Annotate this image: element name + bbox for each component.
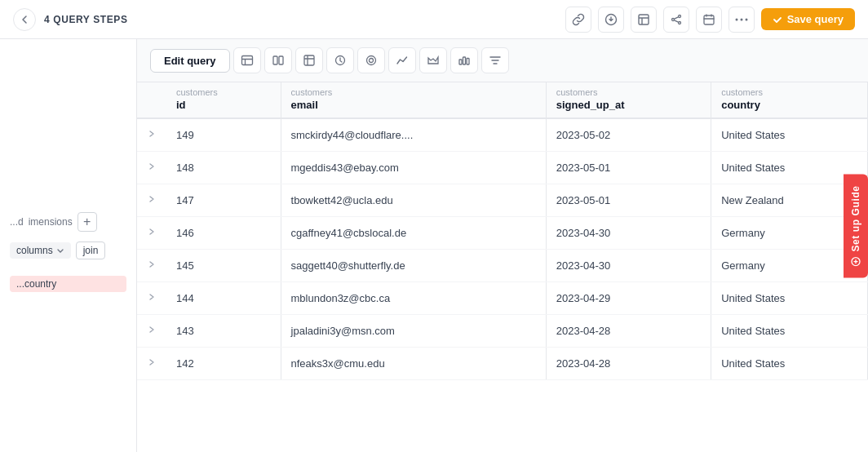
setup-guide-button[interactable]: Set up Guide xyxy=(844,174,868,277)
table-row: 144mblundon3z@cbc.ca2023-04-29United Sta… xyxy=(137,281,868,314)
col-header-country: customers country xyxy=(711,82,868,118)
cell-signed_up_at: 2023-04-29 xyxy=(546,281,711,314)
cell-email: smckirdy44@cloudflare.... xyxy=(281,118,546,151)
cell-signed_up_at: 2023-04-28 xyxy=(546,314,711,347)
cell-id: 149 xyxy=(166,118,281,151)
cell-id: 147 xyxy=(166,184,281,216)
history-button[interactable] xyxy=(326,47,354,73)
cell-id: 144 xyxy=(166,281,281,314)
cell-id: 143 xyxy=(166,314,281,347)
sidebar-controls: columns join xyxy=(10,242,126,259)
setup-guide-wrapper: Set up Guide xyxy=(844,174,868,277)
svg-point-15 xyxy=(369,59,373,63)
more-options-button[interactable] xyxy=(728,7,755,33)
table-row: 142nfeaks3x@cmu.edu2023-04-28United Stat… xyxy=(137,347,868,379)
columns-display-button[interactable] xyxy=(264,47,292,73)
table-row: 149smckirdy44@cloudflare....2023-05-02Un… xyxy=(137,118,868,151)
edit-query-tab[interactable]: Edit query xyxy=(150,49,230,73)
cell-id: 145 xyxy=(166,249,281,281)
svg-point-4 xyxy=(678,21,680,24)
toolbar: Edit query xyxy=(137,39,868,82)
table-view-button[interactable] xyxy=(631,7,657,33)
data-table: customers id customers email customers s… xyxy=(137,82,868,380)
cell-signed_up_at: 2023-04-30 xyxy=(546,216,711,249)
row-expand-cell[interactable] xyxy=(137,118,166,151)
sort-filter-button[interactable] xyxy=(481,47,509,73)
cell-email: mgeddis43@ebay.com xyxy=(281,151,546,184)
dimensions-label: ...dimensions + xyxy=(10,212,126,232)
row-expand-cell[interactable] xyxy=(137,347,166,379)
svg-rect-11 xyxy=(279,56,283,64)
sidebar: ...dimensions + columns join ...country xyxy=(0,39,137,452)
svg-point-6 xyxy=(735,18,737,20)
table-row: 143jpaladini3y@msn.com2023-04-28United S… xyxy=(137,314,868,347)
content-area: Edit query xyxy=(137,39,868,452)
cell-email: cgaffney41@cbslocal.de xyxy=(281,216,546,249)
sidebar-dimensions-section: ...dimensions + xyxy=(10,212,126,232)
country-filter-section: ...country xyxy=(10,276,126,292)
table-row: 146cgaffney41@cbslocal.de2023-04-30Germa… xyxy=(137,216,868,249)
row-expand-cell[interactable] xyxy=(137,216,166,249)
cell-country: United States xyxy=(711,347,868,379)
cell-email: tbowkett42@ucla.edu xyxy=(281,184,546,216)
data-table-wrapper: customers id customers email customers s… xyxy=(137,82,868,452)
svg-rect-12 xyxy=(304,55,314,65)
svg-rect-9 xyxy=(241,56,252,65)
row-expand-cell[interactable] xyxy=(137,249,166,281)
cell-id: 148 xyxy=(166,151,281,184)
area-chart-button[interactable] xyxy=(419,47,447,73)
col-header-signed-up-at: customers signed_up_at xyxy=(546,82,711,118)
svg-rect-10 xyxy=(273,56,277,64)
join-button[interactable]: join xyxy=(76,242,106,259)
cell-country: United States xyxy=(711,281,868,314)
col-header-email: customers email xyxy=(281,82,546,118)
pivot-button[interactable] xyxy=(295,47,323,73)
row-expand-cell[interactable] xyxy=(137,184,166,216)
cell-signed_up_at: 2023-04-28 xyxy=(546,347,711,379)
svg-point-7 xyxy=(740,18,742,20)
cell-id: 146 xyxy=(166,216,281,249)
cell-signed_up_at: 2023-05-01 xyxy=(546,151,711,184)
query-steps-label: 4 QUERY STEPS xyxy=(44,14,128,25)
top-bar: 4 QUERY STEPS xyxy=(0,0,868,39)
collapse-sidebar-button[interactable] xyxy=(13,8,36,31)
table-header-row: customers id customers email customers s… xyxy=(137,82,868,118)
share-button[interactable] xyxy=(663,7,689,33)
row-expand-cell[interactable] xyxy=(137,314,166,347)
schedule-button[interactable] xyxy=(696,7,722,33)
cell-signed_up_at: 2023-05-02 xyxy=(546,118,711,151)
columns-button[interactable]: columns xyxy=(10,242,71,259)
col-header-id: customers id xyxy=(166,82,281,118)
table-row: 147tbowkett42@ucla.edu2023-05-01New Zeal… xyxy=(137,184,868,216)
table-display-button[interactable] xyxy=(233,47,261,73)
download-icon-button[interactable] xyxy=(598,7,624,33)
svg-point-2 xyxy=(671,18,674,20)
bar-chart-button[interactable] xyxy=(450,47,478,73)
svg-point-8 xyxy=(745,18,747,20)
svg-rect-5 xyxy=(704,16,714,24)
svg-rect-16 xyxy=(459,60,462,64)
line-chart-button[interactable] xyxy=(388,47,416,73)
row-expand-cell[interactable] xyxy=(137,151,166,184)
cell-id: 142 xyxy=(166,347,281,379)
table-row: 145saggett40@shutterfly.de2023-04-30Germ… xyxy=(137,249,868,281)
main-layout: ...dimensions + columns join ...country xyxy=(0,39,868,452)
svg-point-14 xyxy=(366,56,375,65)
cell-email: mblundon3z@cbc.ca xyxy=(281,281,546,314)
add-dimension-button[interactable]: + xyxy=(78,212,97,232)
cell-signed_up_at: 2023-05-01 xyxy=(546,184,711,216)
cell-email: saggett40@shutterfly.de xyxy=(281,249,546,281)
country-filter-pill[interactable]: ...country xyxy=(10,276,126,292)
link-icon-button[interactable] xyxy=(565,7,591,33)
table-row: 148mgeddis43@ebay.com2023-05-01United St… xyxy=(137,151,868,184)
save-query-button[interactable]: Save query xyxy=(761,8,855,30)
row-expand-cell[interactable] xyxy=(137,281,166,314)
cell-email: nfeaks3x@cmu.edu xyxy=(281,347,546,379)
cell-country: United States xyxy=(711,118,868,151)
expand-column-header xyxy=(137,82,166,118)
donut-chart-button[interactable] xyxy=(357,47,385,73)
cell-country: United States xyxy=(711,314,868,347)
cell-signed_up_at: 2023-04-30 xyxy=(546,249,711,281)
svg-rect-17 xyxy=(463,57,465,64)
svg-rect-1 xyxy=(639,15,649,24)
